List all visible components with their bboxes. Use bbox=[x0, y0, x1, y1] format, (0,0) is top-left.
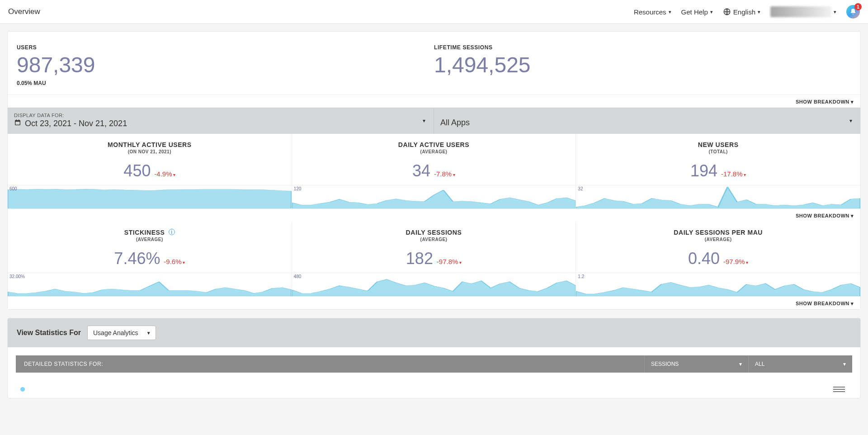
users-sub: 0.05% MAU bbox=[17, 80, 434, 86]
metric-delta: -97.9% bbox=[723, 258, 748, 265]
view-statistics-label: View Statistics For bbox=[17, 329, 81, 337]
display-data-label: DISPLAY DATA FOR: bbox=[14, 113, 427, 118]
apps-filter[interactable]: All Apps ▾ bbox=[434, 108, 860, 134]
metric-value: 182 bbox=[406, 249, 433, 268]
info-icon[interactable]: i bbox=[169, 229, 175, 235]
users-stat: USERS 987,339 0.05% MAU bbox=[17, 44, 434, 86]
spark-max: 120 bbox=[294, 186, 302, 191]
metric-delta: -4.9% bbox=[154, 170, 175, 178]
chevron-down-icon: ▾ bbox=[851, 301, 854, 306]
page-title: Overview bbox=[8, 7, 40, 16]
metric-value: 450 bbox=[123, 161, 151, 180]
get-help-menu[interactable]: Get Help ▾ bbox=[681, 8, 713, 16]
metric-daily-sessions[interactable]: DAILY SESSIONS (AVERAGE) 182 -97.8% 480 bbox=[292, 222, 576, 296]
metric-title: DAILY SESSIONS bbox=[297, 229, 571, 236]
spark-max: 32.00% bbox=[9, 274, 25, 279]
metric-value: 0.40 bbox=[688, 249, 720, 268]
metric-monthly-active-users[interactable]: MONTHLY ACTIVE USERS (ON NOV 21, 2021) 4… bbox=[8, 134, 292, 208]
view-statistics-select[interactable]: Usage Analytics ▼ bbox=[87, 326, 156, 340]
metric-subtitle: (AVERAGE) bbox=[12, 237, 287, 242]
show-breakdown-button[interactable]: SHOW BREAKDOWN ▾ bbox=[796, 301, 854, 307]
sessions-value: 1,494,525 bbox=[434, 53, 851, 77]
summary-card: USERS 987,339 0.05% MAU LIFETIME SESSION… bbox=[7, 31, 861, 310]
metric-value: 7.46% bbox=[114, 249, 160, 268]
get-help-label: Get Help bbox=[681, 8, 708, 16]
chevron-down-icon: ▾ bbox=[758, 9, 760, 15]
users-value: 987,339 bbox=[17, 53, 434, 77]
chevron-down-icon: ▾ bbox=[834, 9, 836, 15]
sessions-label: LIFETIME SESSIONS bbox=[434, 44, 851, 51]
metric-subtitle: (AVERAGE) bbox=[297, 237, 571, 242]
metric-value: 194 bbox=[690, 161, 717, 180]
calendar-icon bbox=[14, 119, 21, 128]
legend-dot-icon bbox=[20, 387, 25, 392]
view-statistics-selected: Usage Analytics bbox=[93, 329, 138, 336]
chevron-down-icon: ▾ bbox=[423, 118, 425, 124]
show-breakdown-label: SHOW BREAKDOWN bbox=[796, 99, 849, 104]
sparkline-chart bbox=[292, 273, 576, 296]
resources-label: Resources bbox=[634, 8, 666, 16]
show-breakdown-button[interactable]: SHOW BREAKDOWN ▾ bbox=[796, 99, 854, 105]
metric-title: DAILY SESSIONS PER MAU bbox=[580, 229, 856, 236]
detailed-statistics-label: DETAILED STATISTICS FOR: bbox=[16, 355, 644, 373]
detailed-statistics-bar: DETAILED STATISTICS FOR: SESSIONS ▾ ALL … bbox=[16, 355, 852, 373]
metric-stickiness[interactable]: STICKINESS i (AVERAGE) 7.46% -9.6% 32.00… bbox=[8, 222, 292, 296]
top-right-nav: Resources ▾ Get Help ▾ English ▾ ▾ bbox=[634, 5, 860, 19]
language-label: English bbox=[733, 8, 755, 16]
metric-subtitle: (ON NOV 21, 2021) bbox=[12, 149, 287, 154]
chart-menu-icon[interactable] bbox=[833, 387, 845, 392]
sparkline-chart bbox=[8, 273, 292, 296]
chevron-down-icon: ▾ bbox=[851, 213, 854, 218]
chevron-down-icon: ▾ bbox=[851, 99, 854, 104]
metric-delta: -97.8% bbox=[437, 258, 462, 265]
metric-subtitle: (AVERAGE) bbox=[297, 149, 571, 154]
metric-title: DAILY ACTIVE USERS bbox=[297, 141, 571, 148]
metric-title: STICKINESS bbox=[124, 229, 165, 236]
metric-delta: -7.8% bbox=[434, 170, 455, 178]
metric-subtitle: (AVERAGE) bbox=[580, 237, 856, 242]
metrics-row-2: STICKINESS i (AVERAGE) 7.46% -9.6% 32.00… bbox=[8, 222, 860, 296]
detailed-scope-value: ALL bbox=[755, 361, 764, 367]
chevron-down-icon: ▾ bbox=[849, 118, 852, 124]
metric-new-users[interactable]: NEW USERS (TOTAL) 194 -17.8% 32 bbox=[576, 134, 860, 208]
resources-menu[interactable]: Resources ▾ bbox=[634, 8, 671, 16]
metrics-row-1: MONTHLY ACTIVE USERS (ON NOV 21, 2021) 4… bbox=[8, 134, 860, 208]
detailed-metric-value: SESSIONS bbox=[651, 361, 679, 367]
view-statistics-card: View Statistics For Usage Analytics ▼ DE… bbox=[7, 318, 861, 398]
show-breakdown-button[interactable]: SHOW BREAKDOWN ▾ bbox=[796, 213, 854, 219]
filter-row: DISPLAY DATA FOR: Oct 23, 2021 - Nov 21,… bbox=[8, 108, 860, 134]
chevron-down-icon: ▾ bbox=[669, 9, 671, 15]
metrics-breakdown-bar-2: SHOW BREAKDOWN ▾ bbox=[8, 296, 860, 309]
summary-breakdown-bar: SHOW BREAKDOWN ▾ bbox=[8, 95, 860, 108]
metric-delta: -9.6% bbox=[164, 258, 185, 265]
detailed-scope-select[interactable]: ALL ▾ bbox=[748, 355, 852, 373]
notifications-button[interactable]: 1 bbox=[846, 5, 860, 19]
show-breakdown-label: SHOW BREAKDOWN bbox=[796, 301, 849, 306]
date-range-filter[interactable]: DISPLAY DATA FOR: Oct 23, 2021 - Nov 21,… bbox=[8, 108, 434, 134]
language-menu[interactable]: English ▾ bbox=[723, 8, 760, 16]
metric-daily-sessions-per-mau[interactable]: DAILY SESSIONS PER MAU (AVERAGE) 0.40 -9… bbox=[576, 222, 860, 296]
sparkline-chart bbox=[292, 185, 576, 208]
globe-icon bbox=[723, 8, 731, 16]
spark-max: 600 bbox=[9, 186, 17, 191]
show-breakdown-label: SHOW BREAKDOWN bbox=[796, 213, 849, 218]
date-range-value: Oct 23, 2021 - Nov 21, 2021 bbox=[25, 119, 127, 128]
sparkline-chart bbox=[8, 185, 292, 208]
account-menu[interactable]: ▾ bbox=[770, 6, 836, 17]
metric-title: NEW USERS bbox=[580, 141, 856, 148]
notification-badge: 1 bbox=[854, 3, 862, 10]
spark-max: 32 bbox=[578, 186, 583, 191]
metric-title: MONTHLY ACTIVE USERS bbox=[12, 141, 287, 148]
account-avatar-redacted bbox=[770, 6, 831, 17]
metric-delta: -17.8% bbox=[721, 170, 746, 178]
caret-down-icon: ▾ bbox=[739, 361, 742, 367]
metric-subtitle: (TOTAL) bbox=[580, 149, 856, 154]
top-bar: Overview Resources ▾ Get Help ▾ English … bbox=[0, 0, 868, 24]
users-label: USERS bbox=[17, 44, 434, 51]
caret-down-icon: ▾ bbox=[843, 361, 846, 367]
spark-max: 480 bbox=[294, 274, 302, 279]
detailed-metric-select[interactable]: SESSIONS ▾ bbox=[644, 355, 748, 373]
metric-value: 34 bbox=[412, 161, 430, 180]
apps-filter-value: All Apps bbox=[440, 118, 470, 128]
metric-daily-active-users[interactable]: DAILY ACTIVE USERS (AVERAGE) 34 -7.8% 12… bbox=[292, 134, 576, 208]
